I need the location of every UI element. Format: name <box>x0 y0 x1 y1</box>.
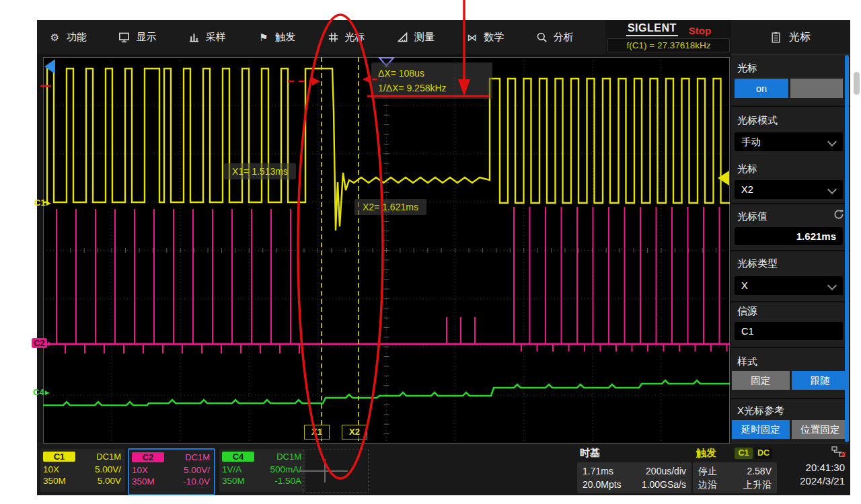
clipboard-icon <box>771 32 781 43</box>
chevron-down-icon <box>827 281 837 290</box>
waveform-display[interactable]: ΔX= 108us 1/ΔX= 9.258kHz X1= 1.513ms X2=… <box>43 57 730 444</box>
x2-readout: X2= 1.621ms <box>354 199 426 215</box>
x1-cursor-handle[interactable]: X1 <box>304 425 330 439</box>
menu-bar: ⚙ 功能 显示 采样 ⚑ 触发 光标 测量 ⋈ 数学 分析 <box>37 20 605 54</box>
crosshair-icon <box>299 470 348 472</box>
channel-descriptor-c1[interactable]: C1 DC1M 10X5.00V/ 350M5.00V <box>40 449 125 492</box>
c1-probe: 10X <box>43 464 59 474</box>
menu-label: 测量 <box>414 31 435 44</box>
channel-descriptor-c4[interactable]: C4 DC1M 1V/A500mA/ 350M-1.50A <box>219 449 305 492</box>
c1-offset: 5.00V <box>98 476 121 486</box>
c4-offset: -1.50A <box>274 476 301 486</box>
c4-bandwidth: 350M <box>222 476 245 486</box>
style-fixed-button[interactable]: 固定 <box>732 371 790 390</box>
menu-item-cursor[interactable]: 光标 <box>328 20 397 54</box>
measure-icon <box>397 32 408 43</box>
inv-dx-value: 1/ΔX= 9.258kHz <box>378 81 486 95</box>
menu-item-analyze[interactable]: 分析 <box>536 20 605 54</box>
menu-label: 显示 <box>136 31 156 44</box>
menu-item-acquire[interactable]: 采样 <box>188 20 258 54</box>
cursor-value: 1.621ms <box>796 230 836 242</box>
refresh-icon[interactable] <box>833 209 844 220</box>
delta-x-readout: ΔX= 108us 1/ΔX= 9.258kHz <box>371 62 492 99</box>
menu-item-function[interactable]: ⚙ 功能 <box>49 20 118 54</box>
trigger-level: 2.58V <box>747 464 772 478</box>
cursor-value-label: 光标值 <box>737 210 768 223</box>
section-divider <box>731 106 850 107</box>
trigger-readout[interactable]: 停止2.58V 边沿上升沿 <box>693 462 777 493</box>
section-divider <box>731 347 850 348</box>
c4-marker-label: C4 <box>33 387 44 397</box>
x-reference-segmented-control: 延时固定 位置固定 <box>732 420 849 439</box>
timebase-title: 时基 <box>580 447 600 460</box>
toggle-on-segment[interactable]: on <box>735 79 788 98</box>
x1-readout: X1= 1.513ms <box>224 163 296 179</box>
clock-time: 20:41:30 <box>780 462 850 473</box>
cursor-mode-dropdown[interactable]: 手动 <box>735 132 843 151</box>
timebase-delay: 1.71ms <box>583 464 613 478</box>
xref-delay-fixed-button[interactable]: 延时固定 <box>732 420 790 439</box>
trigger-flag-icon: ⚑ <box>258 32 269 43</box>
cursor-panel-header: 光标 <box>731 20 850 54</box>
menu-label: 触发 <box>275 31 295 44</box>
style-follow-button[interactable]: 跟随 <box>792 371 850 390</box>
cursor-onoff-toggle[interactable]: on <box>735 79 843 98</box>
timebase-readout[interactable]: 1.71ms200us/div 20.0Mpts1.00GSa/s <box>577 462 691 493</box>
menu-item-display[interactable]: 显示 <box>118 20 188 54</box>
c4-position-marker[interactable]: C4▶ <box>33 387 50 397</box>
cursor-select-label: 光标 <box>737 163 757 175</box>
math-icon: ⋈ <box>466 32 478 43</box>
source-field[interactable]: C1 <box>735 322 843 340</box>
c4-badge: C4 <box>222 452 254 462</box>
trigger-slope: 上升沿 <box>743 478 772 491</box>
menu-item-math[interactable]: ⋈ 数学 <box>466 20 535 54</box>
section-divider <box>731 398 850 399</box>
menu-label: 光标 <box>345 31 365 44</box>
menu-label: 数学 <box>484 31 504 44</box>
channel-descriptor-c2[interactable]: C2 DC1M 10X5.00V/ 350M-10.0V <box>128 448 215 495</box>
menu-item-measure[interactable]: 测量 <box>397 20 466 54</box>
x-reference-label: X光标参考 <box>737 405 784 417</box>
chevron-down-icon <box>827 185 837 194</box>
x2-cursor-handle[interactable]: X2 <box>342 425 367 439</box>
cursor-select-dropdown[interactable]: X2 <box>735 180 843 199</box>
xref-position-fixed-button[interactable]: 位置固定 <box>792 420 850 439</box>
frequency-counter-readout: f(C1) = 27.37618kHz <box>607 38 730 52</box>
cursor-type-label: 光标类型 <box>737 257 778 270</box>
run-state-badge[interactable]: Stop <box>689 25 711 36</box>
source-value: C1 <box>741 326 754 337</box>
c1-marker-label: C1 <box>34 198 46 208</box>
cursor-mode-label: 光标模式 <box>737 114 778 127</box>
red-x-icon: × <box>841 449 846 460</box>
sidebar-scrollbar[interactable] <box>845 55 849 442</box>
c2-badge: C2 <box>132 452 164 462</box>
c2-bandwidth: 350M <box>132 476 155 487</box>
browser-scrollbar-thumb[interactable] <box>854 72 860 95</box>
timebase-scale: 200us/div <box>646 464 686 478</box>
c2-coupling: DC1M <box>185 452 210 462</box>
gear-icon: ⚙ <box>49 32 61 43</box>
menu-item-trigger[interactable]: ⚑ 触发 <box>258 20 327 54</box>
menu-label: 分析 <box>554 31 574 44</box>
c2-position-marker[interactable]: C2▶ <box>32 338 52 348</box>
trigger-source-badge: C1 <box>735 448 753 459</box>
clock-box: × 20:41:30 2024/3/21 <box>780 444 850 496</box>
cursor-type-dropdown[interactable]: X <box>735 276 843 295</box>
section-divider <box>731 250 850 251</box>
dx-value: ΔX= 108us <box>378 66 486 81</box>
cursor-value-field[interactable]: 1.621ms <box>735 227 843 245</box>
right-arrow-icon: ▶ <box>45 389 50 396</box>
style-label: 样式 <box>737 355 757 368</box>
trigger-type: 边沿 <box>698 478 717 491</box>
toggle-off-segment[interactable] <box>790 79 843 98</box>
c1-bandwidth: 350M <box>43 476 66 486</box>
c4-coupling: DC1M <box>276 452 301 462</box>
screenshot-stage: ⚙ 功能 显示 采样 ⚑ 触发 光标 测量 ⋈ 数学 分析 <box>0 0 861 504</box>
trigger-title: 触发 <box>696 447 716 460</box>
timebase-samplerate: 1.00GSa/s <box>642 478 686 491</box>
siglent-logo: SIGLENT <box>626 22 678 36</box>
c1-position-marker[interactable]: C1▶ <box>34 198 51 208</box>
c2-scale: 5.00V/ <box>184 465 210 475</box>
trigger-level-marker <box>718 171 729 185</box>
clock-date: 2024/3/21 <box>780 475 850 487</box>
